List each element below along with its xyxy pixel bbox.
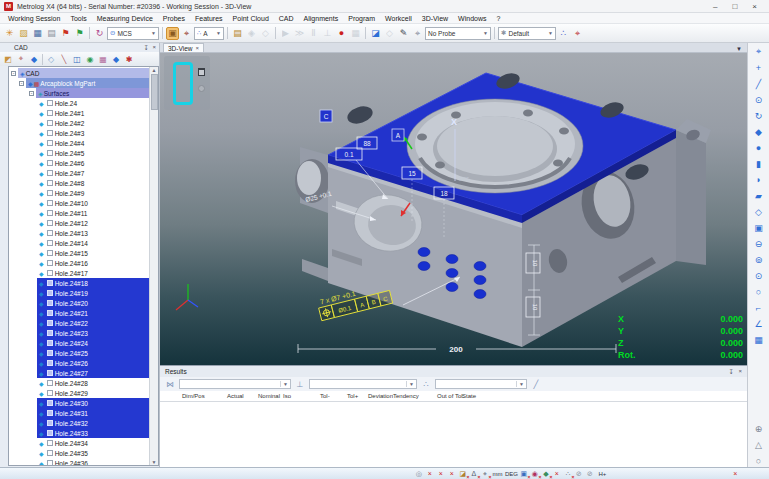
deselect-icon[interactable]	[198, 85, 205, 92]
status-device2-error-icon[interactable]: ◉×	[529, 469, 540, 479]
results-column-actual[interactable]: Actual	[227, 393, 244, 399]
menu-item-windows[interactable]: Windows	[453, 15, 491, 22]
tree-item-hole-24-32[interactable]: ◆Hole.24#32	[9, 418, 158, 428]
pin-icon[interactable]: ↧	[143, 44, 148, 51]
tree-item-hole-24-15[interactable]: ◆Hole.24#15	[9, 248, 158, 258]
tree-item-hole-24-16[interactable]: ◆Hole.24#16	[9, 258, 158, 268]
dimension-combo-arrow-icon[interactable]: ▼	[406, 381, 416, 387]
probe-select-arrow-icon[interactable]: ▼	[483, 30, 488, 36]
cad-mirror-icon[interactable]: ◆	[110, 53, 122, 65]
tree-item-hole-24-4[interactable]: ◆Hole.24#4	[9, 138, 158, 148]
tree-item-hole-24[interactable]: ◆Hole.24	[9, 98, 158, 108]
cad-plane-icon[interactable]: ◇	[45, 53, 57, 65]
cad-path-icon[interactable]: ⌖	[15, 53, 27, 65]
materials-icon[interactable]: ▤	[231, 27, 244, 40]
feature-combo-arrow-icon[interactable]: ▼	[280, 381, 290, 387]
record-icon[interactable]: ●	[335, 27, 348, 40]
selection-rectangle-tool[interactable]	[173, 62, 193, 105]
tab-list-dropdown-icon[interactable]: ▼	[736, 46, 747, 52]
status-device3-error-icon[interactable]: ◆×	[540, 469, 551, 479]
tree-item-hole-24-24[interactable]: ◆Hole.24#24	[9, 338, 158, 348]
expander-icon[interactable]: -	[19, 81, 24, 86]
tree-item-hole-24-23[interactable]: ◆Hole.24#23	[9, 328, 158, 338]
hole-checkbox[interactable]	[47, 290, 53, 296]
pen-probe-icon[interactable]: ✎	[397, 27, 410, 40]
tracking-icon[interactable]: ⌖	[571, 27, 584, 40]
ring-icon[interactable]: ⊚	[751, 253, 766, 266]
hole-checkbox[interactable]	[47, 370, 53, 376]
menu-item-workcell[interactable]: Workcell	[380, 15, 417, 22]
cad-view-icon[interactable]: ◉	[84, 53, 96, 65]
import-cad-icon[interactable]: ◪	[369, 27, 382, 40]
dimension-combo[interactable]: ▼	[309, 379, 417, 389]
view-history-icon[interactable]: ○	[751, 454, 766, 467]
hole-checkbox[interactable]	[47, 380, 53, 386]
menu-item-working-session[interactable]: Working Session	[3, 15, 65, 22]
tree-item-hole-24-28[interactable]: ◆Hole.24#28	[9, 378, 158, 388]
tab-3d-view[interactable]: 3D-View ×	[163, 43, 204, 52]
scroll-thumb[interactable]	[151, 74, 158, 110]
menu-item-program[interactable]: Program	[343, 15, 380, 22]
hole-checkbox[interactable]	[47, 190, 53, 196]
corner-icon[interactable]: ⌐	[751, 301, 766, 314]
close-panel-icon[interactable]: ×	[152, 44, 156, 51]
hole-checkbox[interactable]	[47, 280, 53, 286]
tree-item-hole-24-8[interactable]: ◆Hole.24#8	[9, 178, 158, 188]
results-column-tol[interactable]: Tol+	[347, 393, 358, 399]
hole-checkbox[interactable]	[47, 360, 53, 366]
hole-checkbox[interactable]	[47, 310, 53, 316]
hole-checkbox[interactable]	[47, 350, 53, 356]
construct-icon[interactable]: ⊥	[295, 380, 305, 389]
surface-icon[interactable]: ▰	[751, 189, 766, 202]
tree-item-hole-24-1[interactable]: ◆Hole.24#1	[9, 108, 158, 118]
coordsys-select-arrow-icon[interactable]: ▼	[151, 30, 156, 36]
scroll-down-icon[interactable]: ▼	[152, 459, 157, 465]
results-column-nominal[interactable]: Nominal	[258, 393, 280, 399]
scroll-up-icon[interactable]: ▲	[152, 67, 157, 73]
tree-item-hole-24-35[interactable]: ◆Hole.24#35	[9, 448, 158, 458]
hole-checkbox[interactable]	[47, 330, 53, 336]
status-noentry1-icon[interactable]: ⊘	[573, 469, 584, 479]
delete-selection-icon[interactable]	[198, 68, 205, 76]
viewport-3d[interactable]: 0.1 88 15 18 Ø25 +0.1 C	[160, 53, 747, 365]
report-icon[interactable]: ▤	[45, 27, 58, 40]
probe-select[interactable]: No Probe▼	[425, 27, 491, 40]
hole-checkbox[interactable]	[47, 220, 53, 226]
hole-checkbox[interactable]	[47, 170, 53, 176]
hole-checkbox[interactable]	[47, 150, 53, 156]
hole-checkbox[interactable]	[47, 400, 53, 406]
hole-checkbox[interactable]	[47, 300, 53, 306]
hole-checkbox[interactable]	[47, 110, 53, 116]
hole-checkbox[interactable]	[47, 420, 53, 426]
tree-root-cad[interactable]: -◈CAD	[9, 68, 158, 78]
tree-scrollbar[interactable]: ▲ ▼	[149, 67, 158, 465]
tree-item-hole-24-12[interactable]: ◆Hole.24#12	[9, 218, 158, 228]
status-cross4-icon[interactable]: ×	[551, 469, 562, 479]
hole-checkbox[interactable]	[47, 130, 53, 136]
menu-item-tools[interactable]: Tools	[65, 15, 91, 22]
probe-compensation-icon[interactable]: ⌖	[751, 45, 766, 58]
circle-icon[interactable]: ⊙	[751, 93, 766, 106]
hole-checkbox[interactable]	[47, 410, 53, 416]
tree-item-hole-24-36[interactable]: ◆Hole.24#36	[9, 458, 158, 466]
coordsys-cycle-icon[interactable]: ↻	[93, 27, 106, 40]
results-column-deviation[interactable]: Deviation	[368, 393, 393, 399]
status-dro-error-icon[interactable]: ∴×	[562, 469, 573, 479]
tree-item-hole-24-7[interactable]: ◆Hole.24#7	[9, 168, 158, 178]
tree-item-hole-24-6[interactable]: ◆Hole.24#6	[9, 158, 158, 168]
grid-icon[interactable]: ▦	[751, 333, 766, 346]
tree-group-surfaces[interactable]: -◈Surfaces	[9, 88, 158, 98]
tolerance-combo[interactable]: ▼	[435, 379, 527, 389]
hole-checkbox[interactable]	[47, 180, 53, 186]
report-edit-icon[interactable]: ╱	[531, 380, 541, 389]
menu-item-cad[interactable]: CAD	[274, 15, 299, 22]
hole-checkbox[interactable]	[47, 140, 53, 146]
status-tool-error-icon[interactable]: ◪×	[457, 469, 468, 479]
tree-item-hole-24-10[interactable]: ◆Hole.24#10	[9, 198, 158, 208]
status-device1-error-icon[interactable]: ▣×	[518, 469, 529, 479]
cone-icon[interactable]: ◗	[751, 173, 766, 186]
flag-icon[interactable]: ⚑	[59, 27, 72, 40]
results-column-out-of-tol[interactable]: Out of Tol.	[437, 393, 464, 399]
results-column-dim-pos[interactable]: Dim/Pos	[182, 393, 205, 399]
maximize-button[interactable]: □	[732, 2, 737, 11]
